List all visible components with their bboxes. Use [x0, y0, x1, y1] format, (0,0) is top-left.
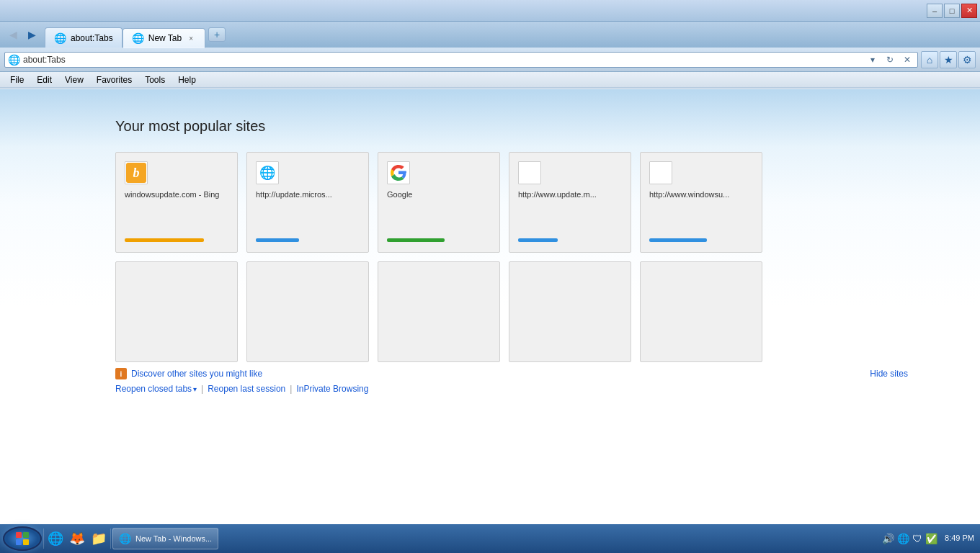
search-dropdown-button[interactable]: ▾	[865, 53, 880, 67]
start-button[interactable]	[3, 526, 42, 551]
site-favicon-windowsu	[649, 161, 672, 184]
site-favicon-update1: 🌐	[256, 161, 279, 184]
reopen-closed-tabs-link[interactable]: Reopen closed tabs	[115, 384, 192, 394]
site-name-update1: http://update.micros...	[256, 190, 332, 199]
address-input[interactable]	[23, 55, 863, 65]
windows-logo-icon	[16, 532, 29, 545]
tools-button[interactable]: ⚙	[958, 51, 976, 68]
content-area: Your most popular sites b windowsupdate.…	[0, 89, 980, 524]
menu-file[interactable]: File	[4, 73, 30, 86]
system-tray: 🔊 🌐 🛡 ✅	[879, 533, 940, 544]
ie-favicon-icon: 🌐	[259, 165, 275, 181]
ie-taskbar-icon: 🌐	[48, 531, 63, 547]
hide-sites-link[interactable]: Hide sites	[870, 369, 908, 379]
close-button[interactable]: ✕	[961, 4, 977, 18]
clock-time: 8:49 PM	[945, 533, 974, 544]
taskbar-divider-2	[110, 529, 111, 549]
taskbar-icon-firefox[interactable]: 🦊	[67, 529, 87, 549]
bing-logo-icon: b	[126, 163, 146, 183]
taskbar-window-label: New Tab - Windows...	[135, 534, 212, 543]
menu-view[interactable]: View	[59, 73, 89, 86]
site-bar-updatem	[518, 238, 558, 242]
site-name-windowsu: http://www.windowsu...	[649, 190, 729, 199]
menu-edit[interactable]: Edit	[31, 73, 58, 86]
address-right-buttons: ⌂ ★ ⚙	[921, 51, 976, 68]
sites-row-2	[115, 261, 980, 362]
site-bar-update1	[256, 238, 299, 242]
tab-about-tabs[interactable]: 🌐 about:Tabs	[45, 27, 122, 48]
reopen-last-session-link[interactable]: Reopen last session	[208, 384, 285, 394]
discover-icon: i	[115, 368, 127, 379]
site-tile-bing[interactable]: b windowsupdate.com - Bing	[115, 152, 238, 253]
tab-label-1: about:Tabs	[71, 33, 113, 43]
explorer-taskbar-icon: 📁	[91, 531, 107, 547]
stop-button[interactable]: ✕	[900, 53, 914, 67]
google-logo-icon	[390, 164, 407, 181]
menu-bar: File Edit View Favorites Tools Help	[0, 72, 980, 88]
tab-label-2: New Tab	[148, 33, 182, 43]
site-favicon-google	[387, 161, 410, 184]
separator-1: |	[201, 384, 203, 394]
separator-2: |	[290, 384, 292, 394]
tab-bar: ◀ ▶ 🌐 about:Tabs 🌐 New Tab × +	[0, 22, 980, 48]
page-title: Your most popular sites	[115, 118, 980, 135]
sites-grid: b windowsupdate.com - Bing 🌐 http://upda…	[115, 152, 980, 362]
site-tile-google[interactable]: Google	[378, 152, 500, 253]
site-tile-empty-1[interactable]	[115, 261, 238, 362]
forward-button[interactable]: ▶	[23, 26, 40, 43]
site-name-bing: windowsupdate.com - Bing	[125, 190, 219, 199]
tab-new-tab[interactable]: 🌐 New Tab ×	[122, 28, 205, 48]
clock[interactable]: 8:49 PM	[942, 533, 977, 544]
home-button[interactable]: ⌂	[921, 51, 938, 68]
maximize-button[interactable]: □	[944, 4, 960, 18]
menu-help[interactable]: Help	[172, 73, 202, 86]
title-bar: – □ ✕	[0, 0, 980, 22]
tab-favicon-2: 🌐	[132, 32, 144, 44]
site-bar-bing	[125, 238, 204, 242]
address-favicon: 🌐	[8, 54, 20, 66]
address-input-wrapper: 🌐 ▾ ↻ ✕	[4, 52, 918, 68]
refresh-button[interactable]: ↻	[883, 53, 897, 67]
title-bar-buttons: – □ ✕	[927, 4, 977, 18]
menu-tools[interactable]: Tools	[139, 73, 171, 86]
tray-icon-2[interactable]: 🌐	[897, 533, 909, 544]
favorites-button[interactable]: ★	[940, 51, 957, 68]
site-tile-windowsu[interactable]: http://www.windowsu...	[640, 152, 762, 253]
new-tab-button[interactable]: +	[208, 27, 226, 42]
site-tile-updatem[interactable]: http://www.update.m...	[509, 152, 631, 253]
discover-row: i Discover other sites you might like Hi…	[115, 368, 980, 379]
firefox-taskbar-icon: 🦊	[69, 531, 85, 547]
win-logo-red	[16, 532, 22, 538]
tray-icon-1[interactable]: 🔊	[882, 533, 894, 544]
site-tile-empty-5[interactable]	[640, 261, 762, 362]
bottom-links: i Discover other sites you might like Hi…	[0, 362, 980, 394]
nav-buttons: ◀ ▶	[0, 22, 45, 48]
action-links: Reopen closed tabs ▾ | Reopen last sessi…	[115, 384, 980, 394]
discover-left: i Discover other sites you might like	[115, 368, 262, 379]
discover-link[interactable]: Discover other sites you might like	[131, 369, 262, 379]
taskbar-icon-ie[interactable]: 🌐	[45, 529, 66, 549]
win-logo-yellow	[23, 539, 29, 545]
inprivate-browsing-link[interactable]: InPrivate Browsing	[296, 384, 368, 394]
tray-icon-3[interactable]: 🛡	[912, 533, 922, 544]
dropdown-arrow-icon[interactable]: ▾	[193, 385, 197, 393]
site-name-updatem: http://www.update.m...	[518, 190, 597, 199]
taskbar-window-ie[interactable]: 🌐 New Tab - Windows...	[112, 528, 218, 549]
win-logo-blue	[16, 539, 22, 545]
tab-favicon-1: 🌐	[54, 32, 66, 44]
tab-close-button[interactable]: ×	[186, 33, 196, 43]
start-logo	[12, 528, 33, 549]
taskbar-window-icon: 🌐	[119, 533, 131, 544]
site-tile-empty-3[interactable]	[378, 261, 500, 362]
site-tile-empty-4[interactable]	[509, 261, 631, 362]
back-button[interactable]: ◀	[4, 26, 22, 43]
win-logo-green	[23, 532, 29, 538]
site-favicon-bing: b	[125, 161, 148, 184]
menu-favorites[interactable]: Favorites	[91, 73, 138, 86]
taskbar-icon-explorer[interactable]: 📁	[89, 529, 109, 549]
address-bar: 🌐 ▾ ↻ ✕ ⌂ ★ ⚙	[0, 48, 980, 72]
site-tile-empty-2[interactable]	[246, 261, 369, 362]
site-tile-update1[interactable]: 🌐 http://update.micros...	[246, 152, 369, 253]
minimize-button[interactable]: –	[927, 4, 943, 18]
tray-icon-4[interactable]: ✅	[925, 533, 937, 544]
